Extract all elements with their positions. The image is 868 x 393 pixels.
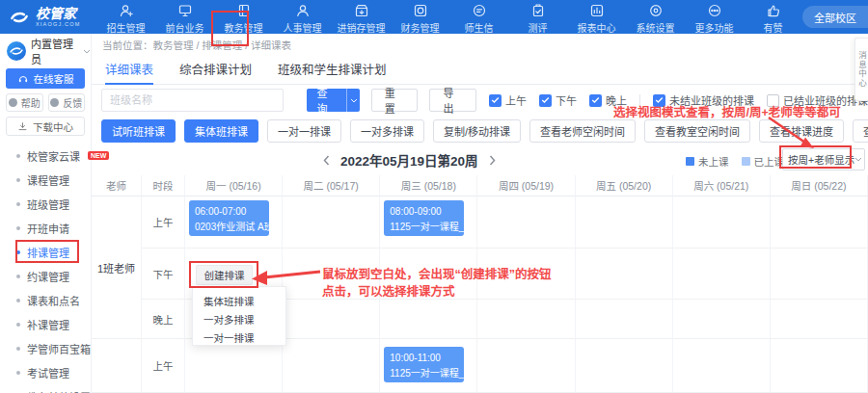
schedule-cell[interactable] <box>477 339 575 393</box>
nav-item-youzan[interactable]: 有赞 <box>744 0 802 35</box>
schedule-cell[interactable] <box>771 196 868 249</box>
schedule-cell[interactable] <box>576 300 673 339</box>
sidebar-item-class-mgmt[interactable]: 班级管理 <box>0 192 91 216</box>
nav-item-assessment[interactable]: 测评 <box>508 0 567 35</box>
export-button[interactable]: 导出 <box>429 89 476 112</box>
action-bar: 试听班排课 集体班排课 一对一排课 一对多排课 复制/移动排课 查看老师空闲时间… <box>92 116 868 146</box>
schedule-event[interactable]: 08:00-09:00 1125一对一课程_0720 <box>384 200 464 236</box>
schedule-cell[interactable]: 10:00-11:00 1125一对一课程_0720 <box>380 339 477 393</box>
sidebar-item-class-apply[interactable]: 开班申请 <box>0 216 91 240</box>
profile[interactable]: 内置管理员 <box>0 39 91 63</box>
bullet-icon <box>16 178 20 182</box>
schedule-cell[interactable] <box>576 339 673 393</box>
sidebar-item-toolbox[interactable]: 学管师百宝箱 <box>0 336 91 360</box>
chevron-down-icon[interactable] <box>346 89 360 112</box>
divider <box>639 94 640 107</box>
teacher-free-time-button[interactable]: 查看老师空闲时间 <box>529 119 636 143</box>
schedule-cell[interactable] <box>477 196 575 249</box>
nav-item-academic[interactable]: 教务管理 <box>214 0 273 35</box>
checkbox-afternoon[interactable]: 下午 <box>539 92 577 108</box>
nav-item-enrollment[interactable]: 招生管理 <box>96 0 155 35</box>
schedule-cell[interactable] <box>673 196 771 249</box>
nav-item-reports[interactable]: 报表中心 <box>567 0 626 35</box>
schedule-cell[interactable] <box>477 300 575 339</box>
schedule-cell[interactable] <box>576 196 673 249</box>
group-class-schedule-button[interactable]: 集体班排课 <box>184 119 258 143</box>
sidebar-item-cloud-class[interactable]: 校管家云课NEW <box>0 144 91 168</box>
tab-overall-plan[interactable]: 综合排课计划 <box>179 54 252 84</box>
class-name-input[interactable] <box>101 89 284 112</box>
nav-item-inventory[interactable]: 进销存管理 <box>332 0 391 35</box>
schedule-cell[interactable] <box>185 339 283 393</box>
next-week-button[interactable] <box>489 155 496 166</box>
schedule-cell[interactable] <box>673 339 771 393</box>
schedule-event[interactable]: 06:00-07:00 0203作业测试 A班 <box>189 200 269 236</box>
tab-class-student-plan[interactable]: 班级和学生排课计划 <box>278 54 387 84</box>
schedule-cell[interactable] <box>283 196 380 249</box>
sidebar-item-other-settings[interactable]: 教务其他设置 <box>0 384 91 393</box>
message-circle-icon <box>472 3 487 18</box>
tab-detailed-timetable[interactable]: 详细课表 <box>105 54 153 84</box>
schedule-cell[interactable] <box>771 300 868 339</box>
bullet-icon <box>16 347 20 351</box>
nav-item-teacher-student[interactable]: 师生信 <box>449 0 508 35</box>
schedule-event[interactable]: 10:00-11:00 1125一对一课程_0720 <box>384 347 464 382</box>
one-to-many-schedule-button[interactable]: 一对多排课 <box>350 119 424 143</box>
checkbox-unchecked-icon <box>767 94 779 107</box>
teacher-agenda-button[interactable]: 查看老师日程 <box>853 119 868 143</box>
menu-item-group-class[interactable]: 集体班排课 <box>193 292 285 310</box>
schedule-progress-button[interactable]: 查看排课进度 <box>759 119 844 143</box>
sidebar-item-schedule-mgmt[interactable]: 排课管理 <box>0 240 91 264</box>
schedule-cell[interactable] <box>477 249 575 300</box>
schedule-cell[interactable]: 08:00-09:00 1125一对一课程_0720 <box>380 196 477 249</box>
schedule-cell[interactable] <box>380 300 477 339</box>
help-button[interactable]: 帮助 <box>6 93 43 112</box>
view-mode-dropdown[interactable]: 按周+老师显示 <box>782 148 865 170</box>
campus-selector[interactable]: 全部校区 <box>802 6 868 28</box>
nav-item-finance[interactable]: 财务管理 <box>391 0 449 35</box>
bar-chart-icon <box>589 3 605 18</box>
schedule-cell[interactable] <box>771 339 868 393</box>
sidebar-item-course-mgmt[interactable]: 课程管理 <box>0 168 91 192</box>
download-center-button[interactable]: 下载中心 <box>6 117 85 136</box>
side-tab-message-center[interactable]: 消息中心 <box>854 38 868 101</box>
copy-move-schedule-button[interactable]: 复制/移动排课 <box>433 119 521 143</box>
schedule-cell[interactable] <box>283 249 380 300</box>
online-service-button[interactable]: 在线客服 <box>6 68 85 89</box>
schedule-cell[interactable] <box>380 249 477 300</box>
sidebar-item-timetable-rollcall[interactable]: 课表和点名 <box>0 288 91 312</box>
nav-item-more[interactable]: 更多功能 <box>685 0 744 35</box>
menu-item-one-to-many[interactable]: 一对多排课 <box>193 310 285 328</box>
schedule-cell[interactable] <box>283 300 380 339</box>
col-header-tuesday: 周二 (05/17) <box>283 175 380 196</box>
nav-item-frontdesk[interactable]: 前台业务 <box>155 0 214 35</box>
feedback-button[interactable]: 反馈 <box>48 93 86 112</box>
schedule-cell[interactable] <box>771 249 868 300</box>
schedule-cell[interactable] <box>283 339 380 393</box>
sidebar-item-makeup-mgmt[interactable]: 补课管理 <box>0 312 91 336</box>
schedule-cell[interactable] <box>576 249 673 300</box>
profile-name: 内置管理员 <box>31 36 78 66</box>
prev-week-button[interactable] <box>323 155 330 166</box>
one-on-one-schedule-button[interactable]: 一对一排课 <box>267 119 341 143</box>
checkbox-morning[interactable]: 上午 <box>489 92 527 108</box>
bullet-icon <box>16 226 20 230</box>
create-schedule-button[interactable]: 创建排课 <box>196 265 253 285</box>
sidebar-menu: 校管家云课NEW 课程管理 班级管理 开班申请 排课管理 约课管理 课表和点名 … <box>0 144 91 393</box>
classroom-free-time-button[interactable]: 查看教室空闲时间 <box>644 119 750 143</box>
checkbox-active-classes[interactable]: 未结业班级的排课 <box>653 92 754 108</box>
nav-item-hr[interactable]: 人事管理 <box>273 0 332 35</box>
sidebar-item-booking-mgmt[interactable]: 约课管理 <box>0 264 91 288</box>
sidebar-item-exam-mgmt[interactable]: 考试管理 <box>0 360 91 384</box>
nav-item-settings[interactable]: 系统设置 <box>626 0 685 35</box>
checkbox-graduated-classes[interactable]: 已结业班级的排课 <box>767 92 868 108</box>
menu-item-one-on-one[interactable]: 一对一排课 <box>193 328 285 347</box>
slot-label-morning: 上午 <box>142 196 185 249</box>
checkbox-evening[interactable]: 晚上 <box>589 92 627 108</box>
schedule-cell[interactable] <box>673 300 771 339</box>
schedule-cell[interactable]: 06:00-07:00 0203作业测试 A班 <box>185 196 283 249</box>
reset-button[interactable]: 重置 <box>371 89 419 112</box>
query-button[interactable]: 查询 <box>307 89 360 112</box>
trial-class-schedule-button[interactable]: 试听班排课 <box>101 119 176 143</box>
schedule-cell[interactable] <box>673 249 771 300</box>
